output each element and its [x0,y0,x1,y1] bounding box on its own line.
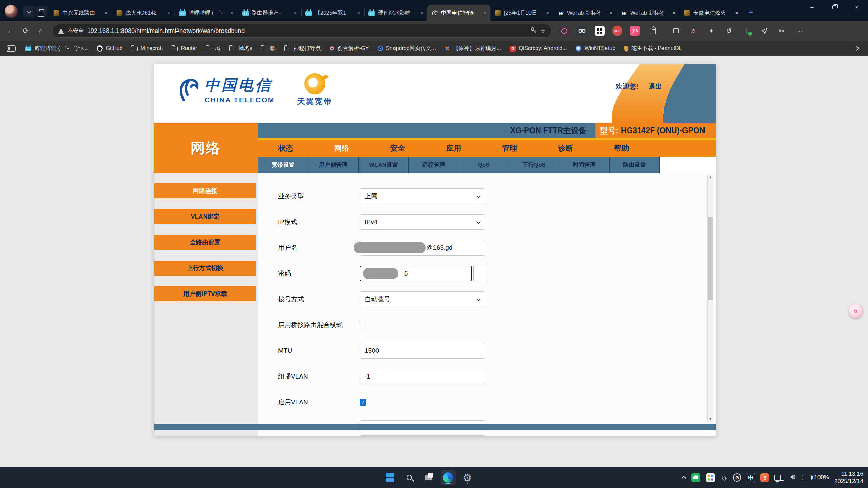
bookmark-item[interactable]: Snapdrop网页传文... [373,45,440,52]
wechat-tray-icon[interactable] [691,473,700,482]
profile-avatar[interactable] [5,5,18,18]
browser-tab[interactable]: [25年1月10日 [490,5,554,21]
screenshot-button[interactable]: ✂ [773,24,791,38]
search-button[interactable] [402,470,417,485]
tab-close-icon[interactable] [419,10,425,16]
bookmarks-overflow-chevron-icon[interactable] [854,46,859,51]
history-button[interactable]: ↺ [720,24,738,38]
subtab-downstream-qos[interactable]: 下行QoS [509,157,559,173]
password-reveal-button[interactable] [473,265,488,282]
sogou-tray-icon[interactable]: S [760,473,769,482]
nav-item-application[interactable]: 应用 [426,143,482,154]
collections-button[interactable]: ✦ [702,24,720,38]
sidebar-item-user-side-iptv[interactable]: 用户侧IPTV承载 [154,286,256,301]
app-grid-tray-icon[interactable] [706,473,715,482]
bookmark-item[interactable]: 花生下载 - PeanutDL [620,45,686,52]
floating-assistant-button[interactable]: ✿ [849,304,863,318]
home-button[interactable]: ⌂ [33,24,48,38]
translate-extension-icon[interactable]: 文A [630,26,640,36]
nav-item-security[interactable]: 安全 [370,143,426,154]
sidebar-item-vlan-binding[interactable]: VLAN绑定 [154,209,256,224]
nav-item-network[interactable]: 网络 [314,143,370,154]
adblock-plus-icon[interactable]: ABP [612,26,622,36]
address-bar[interactable]: 不安全 192.168.1.1:8080/html/main.html#netw… [52,24,552,38]
more-button[interactable]: ⋯ [791,24,808,38]
taskbar-clock[interactable]: 11:13:16 2025/12/14 [834,470,863,485]
browser-tab[interactable]: W WeTab 新标签 [617,5,680,21]
g-circle-tray-icon[interactable]: G [733,473,741,482]
tab-close-icon[interactable] [229,10,235,16]
bookmark-folder[interactable]: 神秘打野点 [280,45,325,52]
url-text[interactable]: 192.168.1.1:8080/html/main.html#network/… [87,27,245,35]
browser-tab[interactable]: 路由器推荐- [238,5,301,21]
subtab-route-settings[interactable]: 路由设置 [609,157,660,173]
favorite-star-icon[interactable]: ☆ [540,27,546,35]
nav-item-status[interactable]: 状态 [258,143,314,154]
tab-close-icon[interactable] [671,10,677,16]
qr-extension-icon[interactable] [595,26,605,36]
bookmark-item[interactable]: ✿前台解析-GY [325,45,373,52]
tab-close-icon[interactable] [545,10,551,16]
bookmark-item[interactable]: GQtScrcpy: Android... [505,45,571,52]
restore-button[interactable] [823,0,846,15]
dial-mode-select[interactable]: 自动拨号 [360,291,485,307]
service-type-select[interactable]: 上网 [360,188,485,204]
settings-taskbar-button[interactable]: ⚙ [460,470,475,485]
bookmark-item[interactable]: 【原神】原神璃月... [440,45,505,52]
task-view-button[interactable] [421,470,436,485]
password-field[interactable]: 6 [360,266,472,281]
bookmark-item[interactable]: 哔哩哔哩 ( ゜- ゜)つ... [20,45,92,52]
bookmark-folder[interactable]: 域名s [225,45,256,52]
bookmark-folder[interactable]: 域 [201,45,225,52]
tab-close-icon[interactable] [292,10,298,16]
mcast-vlan-input[interactable] [360,369,485,384]
monitor-cast-icon[interactable] [774,475,783,481]
browser-tab[interactable]: 中兴无线路由 [49,5,112,21]
side-panel-icon[interactable] [7,45,16,52]
subtab-wlan-settings[interactable]: WLAN设置 [358,157,409,173]
edge-taskbar-button[interactable] [441,470,456,485]
ime-language-indicator[interactable]: 中 [747,473,755,482]
scrollbar-thumb[interactable] [708,217,713,300]
battery-indicator[interactable]: 100% [802,474,829,481]
nav-item-diagnosis[interactable]: 诊断 [538,143,594,154]
sidebar-item-uplink-switch[interactable]: 上行方式切换 [154,261,256,276]
username-field[interactable]: @163.gd [360,240,485,256]
tab-close-icon[interactable] [355,10,362,16]
browser-tab[interactable]: 烽火HG6142 [112,5,175,21]
tab-search-button[interactable] [23,6,35,17]
brightness-tray-icon[interactable]: ☼ [720,473,728,482]
bookmark-folder[interactable]: Minecraft [127,45,168,52]
sidebar-item-network-connection[interactable]: 网络连接 [154,183,256,198]
media-button[interactable]: ♬ [685,24,702,38]
sidebar-item-full-route-config[interactable]: 全路由配置 [154,235,256,250]
bookmark-folder[interactable]: 歌 [256,45,280,52]
vertical-tabs-button[interactable] [36,6,47,17]
browser-tab[interactable]: 哔哩哔哩 ( ゜- ゜)つ [175,5,238,21]
browser-tab[interactable]: 安徽电信烽火 [680,5,743,21]
subtab-broadband-settings[interactable]: 宽带设置 [258,157,308,173]
nav-item-help[interactable]: 帮助 [594,143,650,154]
subtab-time-mgmt[interactable]: 时间管理 [559,157,610,173]
start-button[interactable] [383,470,398,485]
scroll-down-arrow-icon[interactable]: ▼ [708,416,713,422]
tab-close-icon[interactable] [482,10,488,16]
bookmark-folder[interactable]: Router [167,45,201,52]
subtab-qos[interactable]: QoS [459,157,509,173]
not-secure-warning-icon[interactable] [58,28,64,34]
logout-link[interactable]: 退出 [649,82,662,91]
new-tab-button[interactable]: + [745,6,757,18]
tab-close-icon[interactable] [608,10,614,16]
bridge-mix-checkbox[interactable] [360,322,366,328]
downloads-button[interactable]: ↓✓ [738,24,755,38]
ip-mode-select[interactable]: IPv4 [360,214,485,230]
bookmark-item[interactable]: WinNTSetup [571,45,620,52]
share-send-button[interactable] [755,24,773,38]
subtab-remote-mgmt[interactable]: 远程管理 [408,157,459,173]
speaker-icon[interactable] [790,474,796,482]
extensions-puzzle-icon[interactable] [648,26,658,36]
tab-close-icon[interactable] [734,10,740,16]
glasses-extension-icon[interactable] [577,26,587,36]
browser-tab[interactable]: W WeTab 新标签 [554,5,617,21]
bookmark-item[interactable]: GitHub [92,45,127,52]
